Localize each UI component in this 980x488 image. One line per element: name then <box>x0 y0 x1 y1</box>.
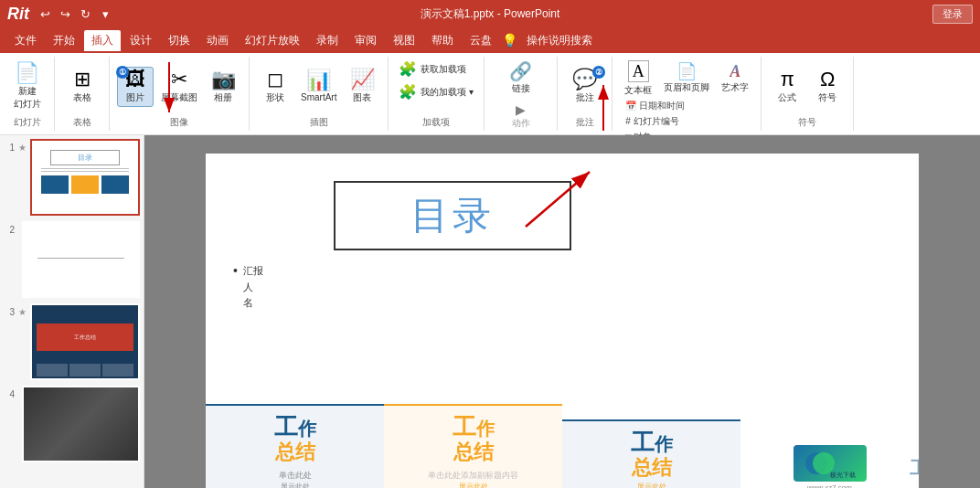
slide1-line2 <box>41 171 129 172</box>
block1-hint: 单击此处 <box>274 470 316 482</box>
date-time-label[interactable]: 📅 日期和时间 <box>623 99 753 113</box>
ribbon-group-slide-label: 幻灯片 <box>14 114 41 129</box>
block3-hint: 显示此处 <box>631 482 673 488</box>
header-footer-label: 页眉和页脚 <box>664 81 709 94</box>
new-slide-label: 新建幻灯片 <box>14 85 41 111</box>
block2-sub: 总结 <box>453 439 495 466</box>
smartart-button[interactable]: 📊 SmartArt <box>297 69 340 104</box>
menu-slideshow[interactable]: 幻灯片放映 <box>238 30 307 51</box>
customize-icon[interactable]: ▾ <box>97 5 113 22</box>
chart-label: 图表 <box>353 91 371 104</box>
slide-num-3: 3 <box>4 307 15 317</box>
slide-num-1: 1 <box>4 143 15 153</box>
link-label: 链接 <box>512 82 530 95</box>
symbol-button[interactable]: Ω 符号 <box>809 68 846 106</box>
menu-bar: 文件 开始 插入 设计 切换 动画 幻灯片放映 录制 审阅 视图 帮助 云盘 💡… <box>0 27 980 53</box>
ribbon: 📄 新建幻灯片 幻灯片 ⊞ 表格 表格 🖼 图片 ① ✂ 屏幕截图 <box>0 53 980 135</box>
textbox-label: 文本框 <box>624 84 652 97</box>
slide-preview-1[interactable]: 目录 <box>30 139 140 216</box>
chart-button[interactable]: 📈 图表 <box>344 68 380 106</box>
menu-review[interactable]: 审阅 <box>347 30 384 51</box>
shapes-icon: ◻ <box>267 69 283 90</box>
header-footer-button[interactable]: 📄 页眉和页脚 <box>660 61 713 96</box>
ribbon-group-addins: 🧩 获取加载项 🧩 我的加载项 ▾ 加载项 <box>389 57 485 131</box>
ribbon-group-comment: 💬 批注 ② 批注 <box>558 57 612 131</box>
slide-thumb-1: 1 ★ 目录 <box>4 139 140 216</box>
block2-hint: 显示此处 <box>459 482 488 488</box>
action-button[interactable]: ▶ 动作 <box>503 101 539 132</box>
wordart-button[interactable]: A 艺术字 <box>717 61 753 96</box>
menu-file[interactable]: 文件 <box>7 30 44 51</box>
slide-panel: 1 ★ 目录 <box>0 135 144 488</box>
menu-view[interactable]: 视图 <box>386 30 422 51</box>
menu-search[interactable]: 操作说明搜索 <box>519 30 600 51</box>
ribbon-items-link: 🔗 链接 ▶ 动作 <box>503 58 539 132</box>
new-slide-button[interactable]: 📄 新建幻灯片 <box>9 61 46 112</box>
textbox-button[interactable]: A 文本框 <box>620 58 656 99</box>
screenshot-button[interactable]: ✂ 屏幕截图 <box>157 68 201 106</box>
formula-button[interactable]: π 公式 <box>769 68 805 106</box>
menu-transition[interactable]: 切换 <box>161 30 197 51</box>
formula-icon: π <box>781 69 794 90</box>
redo-icon[interactable]: ↪ <box>57 5 73 22</box>
block2-text: 工作 总结 <box>453 415 495 466</box>
lightbulb-icon: 💡 <box>501 32 517 48</box>
slide-bottom-area: 工作 总结 单击此处 显示此处 工作 总结 单击此处添加副标题内容 显示此处 <box>206 355 919 488</box>
slide-preview-3[interactable]: 工作总结 <box>30 303 140 380</box>
slide-number-label[interactable]: # 幻灯片编号 <box>623 114 753 129</box>
my-addins-button[interactable]: 🧩 我的加载项 ▾ <box>396 81 476 102</box>
shapes-button[interactable]: ◻ 形状 <box>257 68 293 106</box>
menu-help[interactable]: 帮助 <box>424 30 461 51</box>
menu-design[interactable]: 设计 <box>122 30 159 51</box>
slide-preview-2[interactable] <box>22 221 140 298</box>
slide2-content <box>24 223 138 296</box>
zjgc-logo: 极光下载 <box>794 445 867 482</box>
block3-main: 工作 <box>631 430 673 454</box>
slide1-orange-block <box>71 175 99 194</box>
bullet-item: • 汇报人名 <box>233 263 416 312</box>
slide-title-box[interactable]: 目录 <box>334 181 571 250</box>
formula-label: 公式 <box>778 91 796 104</box>
block3-sub: 总结 <box>631 454 673 482</box>
slide1-title: 目录 <box>78 154 92 162</box>
menu-home[interactable]: 开始 <box>46 30 82 51</box>
ribbon-group-addins-label: 加载项 <box>422 114 450 129</box>
slide1-blue-block2 <box>101 175 129 194</box>
login-button[interactable]: 登录 <box>932 5 973 24</box>
refresh-icon[interactable]: ↻ <box>77 5 93 22</box>
smartart-label: SmartArt <box>301 92 336 102</box>
menu-cloud[interactable]: 云盘 <box>463 30 499 51</box>
shapes-label: 形状 <box>266 91 284 104</box>
watermark-text: www.xz7.com <box>807 483 852 488</box>
ribbon-group-image: 🖼 图片 ① ✂ 屏幕截图 📷 相册 图像 <box>110 57 250 131</box>
badge-2: ② <box>592 66 605 79</box>
ribbon-group-illustrations-label: 插图 <box>310 114 328 129</box>
block1-hint2: 显示此处 <box>274 482 316 488</box>
menu-record[interactable]: 录制 <box>309 30 346 51</box>
bottom-block-3: 工作 总结 显示此处 <box>562 419 740 488</box>
block2-main: 工作 <box>453 415 495 439</box>
table-button[interactable]: ⊞ 表格 <box>64 68 101 106</box>
table-icon: ⊞ <box>74 69 91 90</box>
get-addins-button[interactable]: 🧩 获取加载项 <box>396 58 469 80</box>
slide-star-1: ★ <box>18 143 27 153</box>
link-icon: 🔗 <box>509 60 532 82</box>
menu-animation[interactable]: 动画 <box>199 30 236 51</box>
chart-icon: 📈 <box>350 69 375 90</box>
slide-preview-4[interactable] <box>22 386 140 462</box>
slide2-line <box>37 258 124 259</box>
title-bar-right: 登录 <box>932 5 973 24</box>
undo-icon[interactable]: ↩ <box>37 5 53 22</box>
picture-button[interactable]: 🖼 图片 ① <box>117 67 154 107</box>
ribbon-items-image: 🖼 图片 ① ✂ 屏幕截图 📷 相册 <box>117 58 241 114</box>
album-button[interactable]: 📷 相册 <box>205 68 241 106</box>
comment-button[interactable]: 💬 批注 ② <box>567 68 603 106</box>
main-content: 1 ★ 目录 <box>0 135 980 488</box>
slide-star-3: ★ <box>18 307 27 317</box>
ribbon-group-text: A 文本框 📄 页眉和页脚 A 艺术字 📅 日期和时间 # 幻灯片编号 □ 对象… <box>612 57 762 131</box>
table-label: 表格 <box>73 91 91 104</box>
slide-title-text: 目录 <box>410 194 495 237</box>
menu-insert[interactable]: 插入 <box>84 30 121 51</box>
ribbon-group-symbol: π 公式 Ω 符号 符号 <box>762 57 854 131</box>
link-button[interactable]: 🔗 链接 <box>503 58 539 97</box>
